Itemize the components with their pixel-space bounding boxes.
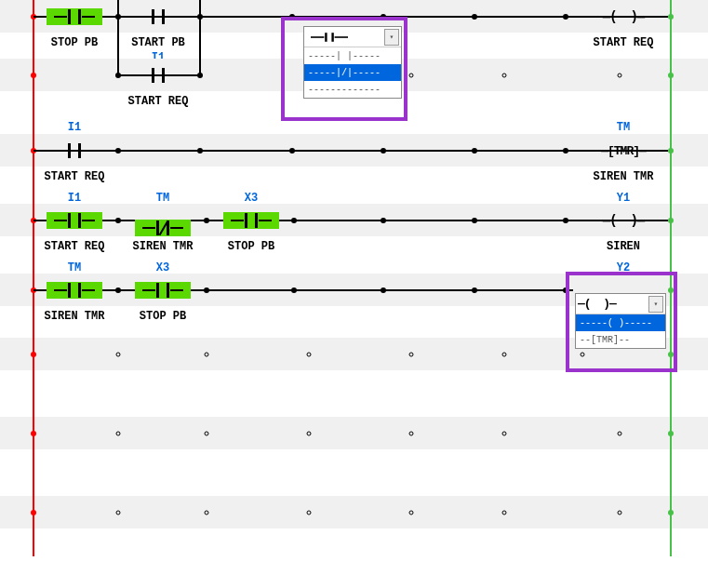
- tmr-coil[interactable]: —[TMR]—: [590, 143, 657, 157]
- dd-option-coil[interactable]: -----( )-----: [576, 314, 665, 331]
- coil-type-dropdown[interactable]: —( )— ▾ -----( )----- --[TMR]--: [575, 293, 666, 349]
- dd-option-tmr[interactable]: --[TMR]--: [576, 331, 665, 348]
- dd-option-wire[interactable]: -------------: [304, 81, 401, 98]
- contact-no-r4-x3[interactable]: [135, 282, 191, 299]
- dropdown-arrow-icon[interactable]: ▾: [384, 29, 399, 46]
- contact-no-r3-x3[interactable]: [223, 212, 279, 229]
- rung-2: —[TMR]—: [0, 134, 708, 167]
- contact-type-dropdown[interactable]: ▾ -----| |----- -----|/|----- ----------…: [303, 26, 402, 99]
- rung-3: —( )—: [0, 204, 708, 236]
- dd-option-nc[interactable]: -----|/|-----: [304, 64, 401, 81]
- empty-rung-2: [0, 417, 708, 449]
- contact-no-r4-tm[interactable]: [47, 282, 102, 299]
- contact-no-x1[interactable]: [130, 8, 186, 25]
- contact-no-branch-i1[interactable]: [130, 67, 186, 84]
- contact-no-r3-i1[interactable]: [47, 212, 102, 229]
- contact-nc-r3-tm[interactable]: [135, 220, 191, 236]
- empty-rung-3: [0, 496, 708, 528]
- rung-2-comments: START REQ SIREN TMR: [0, 167, 708, 189]
- contact-no-x3[interactable]: [47, 8, 102, 25]
- rung-3-comments: START REQ SIREN TMR STOP PB SIREN: [0, 236, 708, 259]
- coil-y1[interactable]: —( )—: [595, 213, 651, 228]
- dd-option-no[interactable]: -----| |-----: [304, 47, 401, 64]
- coil-i1[interactable]: —( )—: [595, 9, 651, 24]
- contact-no-r2-i1[interactable]: [47, 142, 102, 159]
- dropdown-arrow-icon[interactable]: ▾: [648, 296, 663, 313]
